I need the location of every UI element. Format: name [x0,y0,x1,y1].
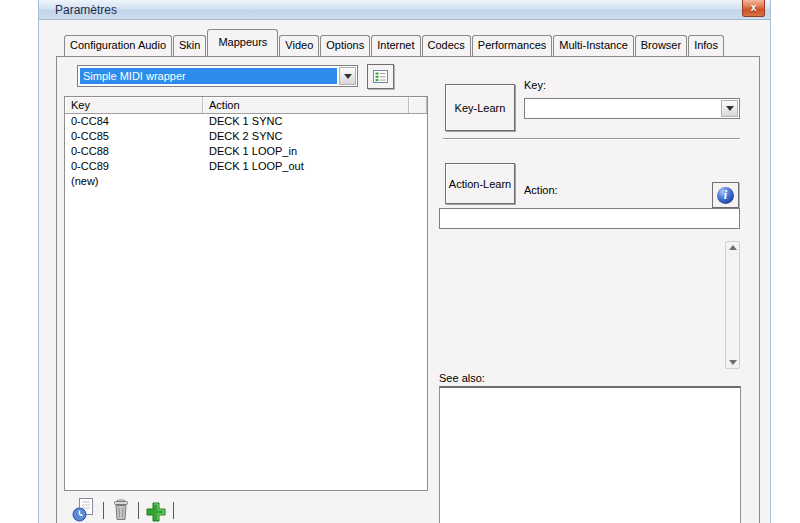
group-separator [443,138,740,140]
mapping-key: 0-CC88 [65,144,203,159]
title-bar: Paramètres x [39,0,770,20]
scroll-down-icon[interactable] [729,360,737,365]
toolbar-separator [103,502,104,519]
column-header-action[interactable]: Action [203,97,409,113]
tab-codecs[interactable]: Codecs [422,35,471,56]
action-label: Action: [524,184,558,196]
column-header-extra[interactable] [409,97,427,113]
tab-mappeurs[interactable]: Mappeurs [207,29,278,56]
tab-skin[interactable]: Skin [173,35,206,56]
mapper-select[interactable]: Simple MIDI wrapper [77,65,358,87]
settings-tab-bar: Configuration Audio Skin Mappeurs Video … [64,35,725,56]
column-header-key[interactable]: Key [65,97,203,113]
action-learn-button[interactable]: Action-Learn [445,163,515,204]
info-icon: i [717,187,734,204]
mapping-action [203,174,209,189]
mapping-row[interactable]: 0-CC88 DECK 1 LOOP_in [65,144,427,159]
key-combobox[interactable] [524,98,740,119]
see-also-list[interactable] [439,386,741,523]
tab-performances[interactable]: Performances [472,35,552,56]
key-combobox-value [527,101,719,116]
mapper-toolbar [71,497,174,523]
mapping-action: DECK 2 SYNC [203,129,282,144]
add-mapping-button[interactable] [146,497,166,523]
action-info-button[interactable]: i [712,182,739,208]
delete-mapping-button[interactable] [111,497,131,523]
mapping-action: DECK 1 SYNC [203,114,282,129]
trash-icon [111,497,131,523]
mapping-action: DECK 1 LOOP_out [203,159,304,174]
tab-browser[interactable]: Browser [635,35,687,56]
mapper-select-value: Simple MIDI wrapper [80,68,337,84]
mapping-list: Key Action 0-CC84 DECK 1 SYNC 0-CC85 DEC… [64,96,428,491]
mapping-row-new[interactable]: (new) [65,174,427,189]
document-clock-icon [71,497,96,523]
description-scrollbar[interactable] [725,241,740,369]
mapping-row[interactable]: 0-CC84 DECK 1 SYNC [65,114,427,129]
mapping-key: (new) [65,174,203,189]
tab-multi-instance[interactable]: Multi-Instance [553,35,633,56]
see-also-label: See also: [439,372,485,384]
mapping-row[interactable]: 0-CC85 DECK 2 SYNC [65,129,427,144]
mapping-row[interactable]: 0-CC89 DECK 1 LOOP_out [65,159,427,174]
mappers-tab-panel: Simple MIDI wrapper Key Action [56,56,760,523]
key-learn-button[interactable]: Key-Learn [445,84,515,131]
toolbar-separator [138,502,139,519]
mapping-list-header: Key Action [65,97,427,114]
mapping-key: 0-CC89 [65,159,203,174]
mapper-options-button[interactable] [367,64,394,89]
mapping-key: 0-CC85 [65,129,203,144]
tab-video[interactable]: Video [279,35,319,56]
tab-internet[interactable]: Internet [371,35,420,56]
tab-infos[interactable]: Infos [688,35,724,56]
mapper-file-button[interactable] [71,497,96,523]
parametres-dialog: Paramètres x Configuration Audio Skin Ma… [38,0,771,523]
tab-configuration-audio[interactable]: Configuration Audio [64,35,172,56]
key-label: Key: [524,79,546,91]
close-icon: x [751,2,757,13]
close-button[interactable]: x [742,0,765,17]
plus-icon [146,497,166,523]
chevron-down-icon [344,74,352,79]
chevron-down-icon [726,106,734,111]
toolbar-separator [173,502,174,519]
tab-options[interactable]: Options [320,35,370,56]
mapping-action: DECK 1 LOOP_in [203,144,297,159]
mapping-key: 0-CC84 [65,114,203,129]
window-title: Paramètres [55,3,117,17]
key-combobox-arrow-button[interactable] [721,100,738,117]
action-input[interactable] [439,208,740,229]
scroll-up-icon[interactable] [729,245,737,250]
mapper-select-arrow-button[interactable] [339,67,356,85]
list-properties-icon [373,70,388,83]
